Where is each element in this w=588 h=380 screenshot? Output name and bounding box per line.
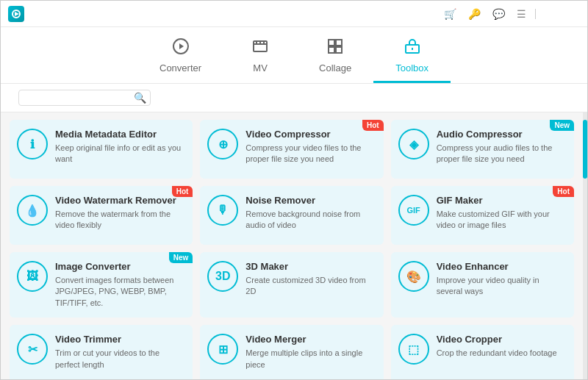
audio-compressor-name: Audio Compressor bbox=[437, 129, 567, 140]
video-enhancer-icon: 🎨 bbox=[398, 261, 429, 292]
audio-compressor-icon: ◈ bbox=[398, 129, 429, 159]
nav-tabs: Converter MV Collage Toolbox bbox=[1, 27, 587, 84]
video-merger-icon: ⊞ bbox=[207, 334, 238, 365]
video-trimmer-info: Video Trimmer Trim or cut your videos to… bbox=[55, 334, 185, 370]
noise-remover-info: Noise Remover Remove background noise fr… bbox=[245, 195, 376, 232]
maximize-button[interactable] bbox=[556, 12, 565, 15]
search-bar: 🔍 bbox=[1, 84, 587, 112]
tool-card-3d-maker[interactable]: 3D 3D Maker Create customized 3D video f… bbox=[200, 252, 383, 318]
title-bar-left bbox=[8, 6, 30, 22]
image-converter-icon: 🖼 bbox=[17, 261, 48, 292]
svg-rect-11 bbox=[329, 47, 334, 53]
3d-maker-info: 3D Maker Create customized 3D video from… bbox=[245, 261, 376, 298]
video-cropper-info: Video Cropper Crop the redundant video f… bbox=[437, 334, 567, 359]
chat-icon[interactable]: 💬 bbox=[490, 7, 508, 21]
video-compressor-name: Video Compressor bbox=[245, 129, 376, 140]
image-converter-desc: Convert images formats between JPG/JPEG,… bbox=[55, 275, 185, 309]
toolbox-icon bbox=[404, 37, 421, 60]
search-icon[interactable]: 🔍 bbox=[134, 92, 146, 104]
tool-card-video-enhancer[interactable]: 🎨 Video Enhancer Improve your video qual… bbox=[391, 252, 574, 318]
scrollbar-track[interactable] bbox=[583, 112, 587, 380]
close-button[interactable] bbox=[571, 12, 580, 15]
menu-icon[interactable]: ☰ bbox=[514, 7, 529, 21]
gif-maker-desc: Make customized GIF with your video or i… bbox=[437, 209, 567, 232]
tool-card-media-metadata-editor[interactable]: ℹ Media Metadata Editor Keep original fi… bbox=[10, 120, 193, 179]
video-compressor-desc: Compress your video files to the proper … bbox=[245, 143, 376, 165]
tab-collage[interactable]: Collage bbox=[297, 33, 373, 83]
key-icon[interactable]: 🔑 bbox=[465, 7, 484, 21]
noise-remover-desc: Remove background noise from audio of vi… bbox=[245, 209, 376, 232]
3d-maker-name: 3D Maker bbox=[245, 261, 376, 272]
noise-remover-name: Noise Remover bbox=[245, 195, 376, 206]
video-watermark-remover-info: Video Watermark Remover Remove the water… bbox=[55, 195, 185, 232]
tools-grid: ℹ Media Metadata Editor Keep original fi… bbox=[1, 112, 583, 380]
media-metadata-editor-desc: Keep original file info or edit as you w… bbox=[55, 143, 185, 165]
main-content: ℹ Media Metadata Editor Keep original fi… bbox=[1, 112, 587, 380]
video-trimmer-desc: Trim or cut your videos to the perfect l… bbox=[55, 348, 185, 370]
media-metadata-editor-icon: ℹ bbox=[17, 129, 48, 159]
3d-maker-desc: Create customized 3D video from 2D bbox=[245, 275, 376, 298]
video-cropper-desc: Crop the redundant video footage bbox=[437, 348, 567, 359]
video-merger-desc: Merge multiple clips into a single piece bbox=[245, 348, 376, 370]
title-bar: 🛒 🔑 💬 ☰ bbox=[1, 1, 587, 27]
tool-card-audio-compressor[interactable]: ◈ Audio Compressor Compress your audio f… bbox=[391, 120, 574, 179]
video-trimmer-icon: ✂ bbox=[17, 334, 48, 365]
audio-compressor-badge: New bbox=[550, 120, 574, 131]
noise-remover-icon: 🎙 bbox=[207, 195, 238, 226]
video-enhancer-info: Video Enhancer Improve your video qualit… bbox=[437, 261, 567, 298]
video-merger-info: Video Merger Merge multiple clips into a… bbox=[245, 334, 376, 370]
tool-card-gif-maker[interactable]: GIF GIF Maker Make customized GIF with y… bbox=[391, 186, 574, 245]
3d-maker-icon: 3D bbox=[207, 261, 238, 292]
converter-label: Converter bbox=[159, 62, 201, 74]
media-metadata-editor-info: Media Metadata Editor Keep original file… bbox=[55, 129, 185, 165]
video-cropper-name: Video Cropper bbox=[437, 334, 567, 345]
video-enhancer-desc: Improve your video quality in several wa… bbox=[437, 275, 567, 298]
tab-mv[interactable]: MV bbox=[223, 33, 297, 83]
video-compressor-info: Video Compressor Compress your video fil… bbox=[245, 129, 376, 165]
tool-card-video-cropper[interactable]: ⬚ Video Cropper Crop the redundant video… bbox=[391, 325, 574, 380]
audio-compressor-info: Audio Compressor Compress your audio fil… bbox=[437, 129, 567, 165]
image-converter-name: Image Converter bbox=[55, 261, 185, 272]
tool-card-video-watermark-remover[interactable]: 💧 Video Watermark Remover Remove the wat… bbox=[10, 186, 193, 245]
video-compressor-icon: ⊕ bbox=[207, 129, 238, 159]
mv-label: MV bbox=[253, 62, 268, 74]
video-watermark-remover-badge: Hot bbox=[172, 186, 193, 197]
tab-toolbox[interactable]: Toolbox bbox=[373, 33, 451, 83]
minimize-button[interactable] bbox=[542, 12, 551, 15]
app-logo bbox=[8, 6, 24, 22]
gif-maker-info: GIF Maker Make customized GIF with your … bbox=[437, 195, 567, 232]
video-cropper-icon: ⬚ bbox=[398, 334, 429, 365]
gif-maker-name: GIF Maker bbox=[437, 195, 567, 206]
gif-maker-badge: Hot bbox=[553, 186, 574, 197]
svg-rect-10 bbox=[336, 40, 342, 46]
tool-card-video-compressor[interactable]: ⊕ Video Compressor Compress your video f… bbox=[200, 120, 383, 179]
scrollbar-thumb[interactable] bbox=[583, 120, 587, 179]
svg-marker-1 bbox=[15, 12, 19, 16]
gif-maker-icon: GIF bbox=[398, 195, 429, 226]
search-input-wrap[interactable]: 🔍 bbox=[18, 90, 151, 106]
converter-icon bbox=[172, 37, 190, 60]
video-watermark-remover-name: Video Watermark Remover bbox=[55, 195, 185, 206]
tool-card-noise-remover[interactable]: 🎙 Noise Remover Remove background noise … bbox=[200, 186, 383, 245]
title-divider bbox=[535, 9, 536, 19]
tool-card-image-converter[interactable]: 🖼 Image Converter Convert images formats… bbox=[10, 252, 193, 318]
tool-card-video-merger[interactable]: ⊞ Video Merger Merge multiple clips into… bbox=[200, 325, 383, 380]
image-converter-badge: New bbox=[169, 252, 193, 263]
image-converter-info: Image Converter Convert images formats b… bbox=[55, 261, 185, 309]
tab-converter[interactable]: Converter bbox=[137, 33, 223, 83]
search-input[interactable] bbox=[24, 93, 134, 103]
toolbox-label: Toolbox bbox=[395, 62, 429, 74]
mv-icon bbox=[251, 37, 269, 60]
svg-marker-3 bbox=[179, 43, 184, 49]
video-watermark-remover-desc: Remove the watermark from the video flex… bbox=[55, 209, 185, 232]
media-metadata-editor-name: Media Metadata Editor bbox=[55, 129, 185, 140]
cart-icon[interactable]: 🛒 bbox=[441, 7, 459, 21]
svg-rect-9 bbox=[329, 40, 334, 46]
video-watermark-remover-icon: 💧 bbox=[17, 195, 48, 226]
video-compressor-badge: Hot bbox=[362, 120, 384, 131]
tool-card-video-trimmer[interactable]: ✂ Video Trimmer Trim or cut your videos … bbox=[10, 325, 193, 380]
video-enhancer-name: Video Enhancer bbox=[437, 261, 567, 272]
collage-icon bbox=[326, 37, 344, 60]
collage-label: Collage bbox=[319, 62, 351, 74]
video-trimmer-name: Video Trimmer bbox=[55, 334, 185, 345]
